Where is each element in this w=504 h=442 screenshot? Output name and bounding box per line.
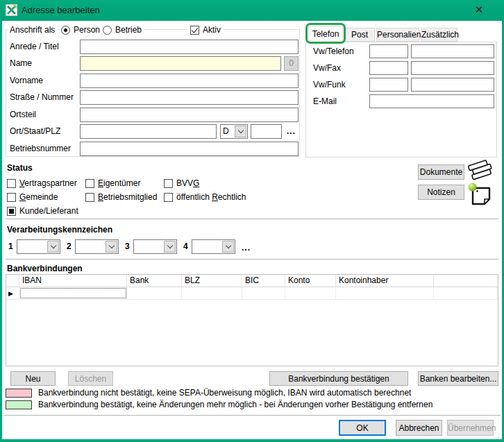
- header-cell-konto: Konto: [285, 275, 336, 287]
- anrede-titel-field[interactable]: [80, 40, 299, 54]
- header-cell-filler: [434, 275, 498, 287]
- edit-banks-button[interactable]: Banken bearbeiten...: [418, 371, 498, 386]
- ok-button[interactable]: OK: [339, 420, 386, 436]
- checkbox-betriebsmitglied-label: Betriebsmitglied: [98, 192, 157, 202]
- kennzeichen-3-select[interactable]: [133, 239, 177, 254]
- checkbox-vertragspartner[interactable]: Vertragspartner: [7, 178, 77, 188]
- checkbox-kunde-lieferant-control[interactable]: [7, 207, 16, 216]
- betriebsnummer-field[interactable]: [80, 142, 299, 156]
- radio-betrieb[interactable]: Betrieb: [100, 25, 144, 35]
- ortsteil-field[interactable]: [80, 108, 299, 122]
- apply-button[interactable]: Übernehmen: [447, 420, 494, 436]
- contact-tab-panel: Vw/Telefon Vw/Fax Vw/Funk E-Mail: [305, 42, 497, 158]
- checkbox-oeffentlich-rechtlich-label: öffentlich Rechtlich: [176, 192, 246, 202]
- email-label: E-Mail: [313, 94, 337, 108]
- vw-funk-number-field[interactable]: [411, 78, 494, 92]
- checkbox-kunde-lieferant-label: Kunde/Lieferant: [19, 206, 78, 216]
- documents-button[interactable]: Dokumente: [418, 164, 464, 180]
- radio-person[interactable]: Person: [58, 25, 103, 35]
- checkbox-eigentuemer[interactable]: Eigentümer: [85, 178, 140, 188]
- cancel-button[interactable]: Abbrechen: [396, 420, 442, 436]
- checkbox-aktiv[interactable]: Aktiv: [187, 25, 224, 35]
- checkbox-eigentuemer-label: Eigentümer: [98, 178, 140, 188]
- row-selector-cell[interactable]: ▶: [6, 287, 19, 299]
- checkbox-betriebsmitglied[interactable]: Betriebsmitglied: [85, 192, 157, 202]
- iban-cell[interactable]: [19, 287, 127, 299]
- chevron-down-icon: [225, 243, 230, 248]
- address-more-button[interactable]: ...: [287, 126, 296, 136]
- strasse-nummer-field[interactable]: [80, 90, 299, 105]
- checkbox-oeffentlich-rechtlich-control[interactable]: [164, 193, 173, 202]
- country-select-button[interactable]: [235, 126, 246, 137]
- email-field[interactable]: [369, 94, 494, 108]
- new-bank-button[interactable]: Neu: [10, 371, 56, 386]
- row-selector-icon: ▶: [8, 290, 13, 297]
- tab-post[interactable]: Post: [344, 28, 375, 42]
- kontoinhaber-cell[interactable]: [336, 287, 434, 299]
- vw-telefon-code-field[interactable]: [369, 44, 408, 58]
- header-cell-iban: IBAN: [19, 275, 127, 287]
- bank-table-header: IBAN Bank BLZ BIC Konto Kontoinhaber: [6, 275, 498, 287]
- ortsteil-label: Ortsteil: [10, 108, 36, 122]
- plz-field[interactable]: [251, 124, 282, 139]
- kennzeichen-3-button[interactable]: [164, 241, 176, 253]
- vw-fax-label: Vw/Fax: [313, 61, 341, 75]
- bic-cell[interactable]: [242, 287, 285, 299]
- vw-telefon-number-field[interactable]: [411, 44, 494, 58]
- konto-cell[interactable]: [285, 287, 336, 299]
- vw-fax-code-field[interactable]: [369, 61, 408, 75]
- tab-personalien[interactable]: Personalien: [376, 28, 419, 42]
- header-cell-blz: BLZ: [182, 275, 242, 287]
- kennzeichen-4-select[interactable]: [192, 239, 235, 254]
- bank-cell[interactable]: [127, 287, 182, 299]
- kennzeichen-1-button[interactable]: [47, 241, 59, 253]
- checkbox-oeffentlich-rechtlich[interactable]: öffentlich Rechtlich: [164, 192, 246, 202]
- vw-funk-code-field[interactable]: [369, 78, 408, 92]
- header-cell-selector: [6, 275, 19, 287]
- checkbox-aktiv-control[interactable]: [190, 26, 199, 35]
- chevron-down-icon: [50, 243, 56, 248]
- kennzeichen-4-button[interactable]: [222, 241, 234, 253]
- legend-confirmed-text: Bankverbindung bestätigt, keine Änderung…: [38, 400, 432, 409]
- anschrift-als-label: Anschrift als: [7, 25, 58, 35]
- radio-betrieb-control[interactable]: [103, 26, 112, 35]
- checkbox-gemeinde-label: Gemeinde: [19, 192, 58, 202]
- note-icon: [467, 181, 494, 207]
- checkbox-betriebsmitglied-control[interactable]: [85, 193, 94, 202]
- anrede-titel-label: Anrede / Titel: [10, 40, 59, 54]
- checkbox-eigentuemer-control[interactable]: [85, 179, 94, 188]
- checkbox-bvvg-control[interactable]: [164, 179, 173, 188]
- tab-telefon[interactable]: Telefon: [308, 26, 343, 42]
- checkbox-vertragspartner-control[interactable]: [7, 179, 16, 188]
- close-icon[interactable]: ✕: [471, 2, 487, 17]
- tab-zusaetzlich[interactable]: Zusätzlich: [421, 28, 457, 42]
- chevron-down-icon: [108, 243, 114, 248]
- legend-unconfirmed-text: Bankverbindung nicht bestätigt, keine SE…: [38, 389, 411, 398]
- kennzeichen-2-button[interactable]: [106, 241, 117, 253]
- ort-field[interactable]: [80, 124, 217, 139]
- checkbox-gemeinde[interactable]: Gemeinde: [7, 192, 58, 202]
- radio-person-control[interactable]: [61, 26, 70, 35]
- vw-fax-number-field[interactable]: [411, 61, 494, 75]
- kennzeichen-1-value: [17, 240, 47, 253]
- dialog-window: Adresse bearbeiten ✕ Anschrift als Perso…: [0, 0, 504, 442]
- confirm-bank-button[interactable]: Bankverbindung bestätigen: [269, 371, 408, 386]
- checkbox-kunde-lieferant[interactable]: Kunde/Lieferant: [7, 206, 78, 216]
- blz-cell[interactable]: [182, 287, 242, 299]
- delete-bank-button[interactable]: Löschen: [68, 371, 113, 386]
- kennzeichen-2-select[interactable]: [75, 239, 119, 254]
- separator: [3, 415, 501, 416]
- name-field[interactable]: [80, 56, 281, 71]
- name-label: Name: [10, 56, 32, 71]
- chevron-down-icon: [237, 128, 243, 133]
- banks-heading: Bankverbindungen: [7, 264, 83, 273]
- name-counter: 0: [284, 56, 299, 71]
- betriebsnummer-label: Betriebsnummer: [10, 142, 71, 156]
- processing-more-button[interactable]: ...: [242, 243, 251, 253]
- notes-button[interactable]: Notizen: [418, 185, 464, 200]
- vorname-field[interactable]: [80, 74, 299, 88]
- checkbox-bvvg[interactable]: BVVG: [164, 178, 199, 188]
- kennzeichen-1-select[interactable]: [17, 239, 60, 254]
- checkbox-gemeinde-control[interactable]: [7, 193, 16, 202]
- country-select[interactable]: D: [220, 124, 248, 139]
